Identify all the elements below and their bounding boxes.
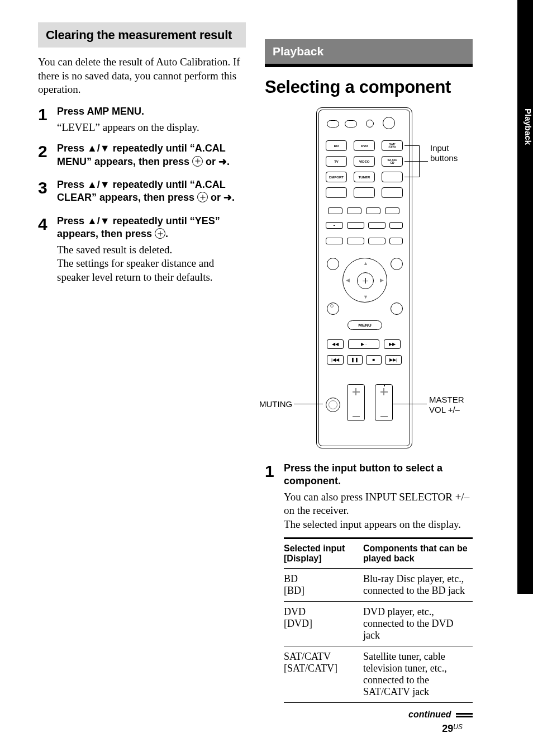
callout-line	[393, 404, 427, 404]
remote-muting-button	[326, 398, 340, 412]
remote-menu-button: MENU	[348, 320, 382, 330]
section-band: Playback	[265, 39, 473, 64]
right-column: Playback Selecting a component BD DVD SA…	[265, 22, 473, 727]
fast-forward-icon: ▶▶	[384, 339, 401, 349]
callout-input-buttons: Input buttons	[430, 143, 469, 163]
remote-input-sacd: SA-CD/ CD	[382, 156, 403, 167]
step-number: 1	[38, 105, 57, 134]
remote-button	[326, 222, 343, 229]
side-tab-playback: Playback	[517, 107, 533, 145]
callout-line	[404, 161, 419, 162]
step-note: You can also press INPUT SELECTOR +/– on…	[284, 490, 473, 532]
play-icon: ▶ ·	[348, 339, 379, 349]
table-header-input: Selected input [Display]	[284, 538, 363, 568]
return-icon	[330, 304, 334, 308]
remote-button	[389, 222, 403, 229]
remote-button	[368, 222, 386, 229]
right-steps: 1 Press the input button to select a com…	[265, 462, 473, 720]
callout-line	[419, 161, 428, 162]
page-number: 29US	[442, 723, 463, 735]
continued-text: continued	[408, 710, 451, 719]
enter-button-icon	[155, 228, 165, 239]
remote-button	[354, 187, 375, 198]
remote-button	[347, 222, 364, 229]
enter-button-icon	[197, 192, 208, 202]
left-step-4: 4 Press ▲/▼ repeatedly until “YES” appea…	[38, 215, 246, 285]
remote-button	[347, 207, 361, 214]
plus-icon	[380, 388, 388, 395]
remote-button	[382, 172, 403, 182]
remote-input-video: VIDEO	[354, 156, 375, 167]
enter-button-icon	[192, 156, 203, 167]
table-header-components: Components that can be played back	[363, 538, 473, 568]
step-note: “LEVEL” appears on the display.	[57, 121, 246, 135]
left-step-1: 1 Press AMP MENU. “LEVEL” appears on the…	[38, 105, 246, 134]
down-arrow-icon: ▼	[363, 294, 368, 300]
left-intro: You can delete the result of Auto Calibr…	[38, 55, 246, 96]
remote-button	[391, 303, 403, 315]
inputs-table: Selected input [Display] Components that…	[284, 537, 473, 703]
right-arrow-icon: ▶	[380, 277, 384, 283]
step-number: 2	[38, 142, 57, 171]
step-number: 3	[38, 178, 57, 207]
remote-enter-button	[357, 272, 374, 289]
remote-button	[366, 207, 380, 214]
callout-master-vol: MASTER VOL +/–	[429, 395, 474, 415]
next-track-icon: ▶▶|	[385, 355, 402, 365]
left-subheading: Clearing the measurement result	[46, 28, 238, 42]
table-cell-input: BD [BD]	[284, 568, 363, 601]
right-step-1: 1 Press the input button to select a com…	[265, 462, 473, 720]
remote-button	[326, 187, 347, 198]
up-down-arrow-icon: ▲/▼	[87, 179, 110, 190]
pause-icon: ❚❚	[347, 355, 363, 365]
page-title: Selecting a component	[265, 77, 473, 97]
remote-power-button	[383, 117, 395, 129]
remote-outline: BD DVD SAT/ CATV TV VIDEO SA-CD/ CD DMPO…	[316, 107, 412, 448]
callout-line	[404, 145, 419, 146]
remote-input-dmport: DMPORT	[326, 172, 347, 182]
table-row: DVD [DVD] DVD player, etc., connected to…	[284, 601, 473, 646]
callout-muting: MUTING	[259, 399, 292, 409]
right-arrow-icon: ➜	[218, 156, 227, 167]
step-heading: Press ▲/▼ repeatedly until “A.CAL CLEAR”…	[57, 178, 246, 205]
right-arrow-icon: ➜	[223, 192, 232, 203]
remote-nav-ring: ▲ ▼ ◀ ▶	[342, 258, 387, 303]
left-step-3: 3 Press ▲/▼ repeatedly until “A.CAL CLEA…	[38, 178, 246, 207]
continued-indicator: continued	[284, 710, 473, 720]
remote-button	[347, 238, 364, 244]
remote-illustration: BD DVD SAT/ CATV TV VIDEO SA-CD/ CD DMPO…	[265, 107, 473, 451]
table-row: BD [BD] Blu-ray Disc player, etc., conne…	[284, 568, 473, 601]
remote-button	[327, 120, 339, 127]
remote-input-tv: TV	[326, 156, 347, 167]
minus-icon	[380, 416, 388, 417]
left-step-2: 2 Press ▲/▼ repeatedly until “A.CAL MENU…	[38, 142, 246, 171]
callout-line	[404, 177, 419, 177]
remote-button	[327, 303, 339, 315]
step-heading: Press AMP MENU.	[57, 105, 246, 118]
remote-button	[327, 258, 339, 270]
table-cell-components: Satellite tuner, cable television tuner,…	[363, 646, 473, 702]
table-row: SAT/CATV [SAT/CATV] Satellite tuner, cab…	[284, 646, 473, 702]
step-number: 4	[38, 215, 57, 285]
step-heading: Press the input button to select a compo…	[284, 462, 473, 488]
continued-bars-icon	[456, 712, 473, 719]
remote-button	[368, 238, 386, 244]
remote-button	[345, 120, 357, 127]
left-steps: 1 Press AMP MENU. “LEVEL” appears on the…	[38, 105, 246, 284]
up-down-arrow-icon: ▲/▼	[87, 215, 110, 226]
remote-input-dvd: DVD	[354, 140, 375, 151]
minus-icon	[353, 416, 360, 417]
remote-button	[391, 258, 403, 270]
remote-input-satcatv: SAT/ CATV	[382, 140, 403, 151]
rewind-icon: ◀◀	[327, 339, 344, 349]
left-column: Clearing the measurement result You can …	[38, 22, 246, 727]
stop-icon: ■	[366, 355, 382, 365]
up-down-arrow-icon: ▲/▼	[87, 143, 110, 154]
remote-channel-toggle	[347, 384, 365, 421]
remote-button	[328, 207, 342, 214]
remote-input-tuner: TUNER	[354, 172, 375, 182]
remote-volume-toggle	[375, 384, 393, 421]
table-cell-input: DVD [DVD]	[284, 601, 363, 646]
side-black-strip	[517, 0, 533, 594]
remote-button	[366, 120, 374, 127]
